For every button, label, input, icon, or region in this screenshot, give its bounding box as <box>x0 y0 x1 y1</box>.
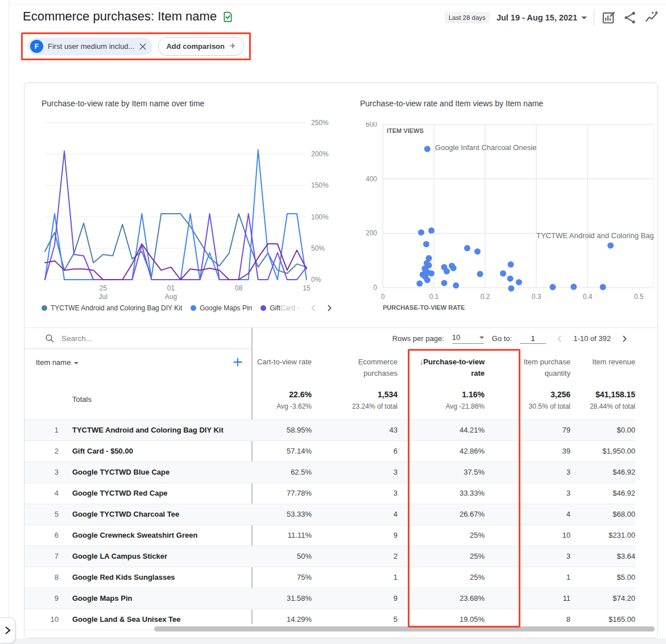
svg-text:ITEM VIEWS: ITEM VIEWS <box>387 127 424 134</box>
comparison-avatar: F <box>30 40 43 53</box>
scatter-annotation: TYCTWE Android and Coloring Bag DIY Kit <box>536 231 653 240</box>
metric-cell: 4 <box>312 504 398 525</box>
metric-cell: 6 <box>312 441 398 462</box>
metric-cell: 11 <box>485 588 570 609</box>
close-icon[interactable] <box>139 43 147 51</box>
scatter-point <box>428 271 435 277</box>
ga4-report-page: Ecommerce purchases: Item name Last 28 d… <box>0 0 666 644</box>
column-header[interactable]: Item purchase quantity <box>485 349 570 383</box>
totals-value: 3,25630.5% of total <box>485 383 570 419</box>
row-index: 7 <box>24 546 61 567</box>
svg-text:250%: 250% <box>311 119 329 127</box>
row-index: 9 <box>24 588 61 609</box>
scatter-point <box>508 261 514 268</box>
svg-text:01: 01 <box>167 284 175 292</box>
scatter-point <box>441 280 448 286</box>
scatter-point <box>500 271 506 277</box>
line-series <box>45 151 307 280</box>
legend-dot-icon <box>260 305 266 311</box>
goto-page-input[interactable] <box>520 334 546 344</box>
table-pagination: Rows per page: 10 Go to: 1-10 of 392 <box>251 328 657 349</box>
column-header[interactable]: Ecommerce purchases <box>312 349 398 383</box>
metric-cell: $231.00 <box>570 525 635 546</box>
chevron-right-icon <box>4 626 11 635</box>
scatter-point <box>416 280 423 286</box>
table-row: 4Google TYCTWD Red Cape77.78%333.33%3$46… <box>24 483 635 504</box>
line-chart-legend: TYCTWE Android and Coloring Bag DIY KitG… <box>42 302 329 314</box>
column-header[interactable]: Item revenue <box>570 349 635 383</box>
divider <box>594 9 594 26</box>
legend-item: TYCTWE Android and Coloring Bag DIY Kit <box>42 304 182 312</box>
svg-text:Aug: Aug <box>165 293 177 301</box>
table-row: 1TYCTWE Android and Coloring Bag DIY Kit… <box>24 419 635 441</box>
page-title-text: Ecommerce purchases: Item name <box>23 9 217 24</box>
plus-icon: + <box>230 40 236 52</box>
line-chart-title: Purchase-to-view rate by Item name over … <box>42 99 204 108</box>
metric-cell: 79 <box>485 420 570 441</box>
svg-text:100%: 100% <box>311 213 329 221</box>
column-header[interactable]: ↓Purchase-to-view rate <box>398 349 485 383</box>
item-name-cell: Google TYCTWD Red Cape <box>61 483 251 504</box>
metric-cell: 75% <box>251 567 312 588</box>
metric-cell: $3.64 <box>570 546 635 567</box>
metric-cell: 1 <box>312 567 398 588</box>
metric-cell: 58.95% <box>251 420 312 441</box>
metric-cell: 23.68% <box>398 588 485 609</box>
scatter-point <box>607 242 614 248</box>
comparison-chip[interactable]: F First user medium includ... <box>28 38 152 55</box>
legend-items: TYCTWE Android and Coloring Bag DIY KitG… <box>42 304 299 312</box>
metric-cell: 3 <box>485 483 570 504</box>
item-name-cell: Google LA Campus Sticker <box>61 546 251 567</box>
svg-text:0.2: 0.2 <box>481 293 490 301</box>
svg-text:0: 0 <box>381 293 385 301</box>
edit-chart-icon[interactable] <box>601 10 616 25</box>
metric-cell: $46.92 <box>570 462 635 483</box>
metric-cell: 42.86% <box>398 441 485 462</box>
column-header[interactable]: Cart-to-view rate <box>251 349 312 383</box>
metric-cell: 25% <box>398 567 485 588</box>
horizontal-scrollbar[interactable] <box>154 626 655 631</box>
scatter-point <box>549 284 556 290</box>
scatter-point <box>424 146 431 152</box>
item-name-cell: Google Crewneck Sweatshirt Green <box>61 525 251 546</box>
metric-cell: 9 <box>312 525 398 546</box>
share-icon[interactable] <box>623 10 638 25</box>
scatter-point <box>428 227 435 234</box>
scatter-point <box>423 241 429 247</box>
metric-cell: $68.00 <box>570 504 635 525</box>
metric-cell: $1,950.00 <box>570 441 635 462</box>
line-series <box>45 150 307 280</box>
expand-nav-button[interactable] <box>0 617 15 643</box>
add-comparison-button[interactable]: Add comparison + <box>158 37 243 56</box>
row-index: 3 <box>24 462 61 483</box>
report-card: Purchase-to-view rate by Item name over … <box>24 82 658 638</box>
row-index: 5 <box>24 504 61 525</box>
metric-cell: 31.58% <box>251 588 312 609</box>
metric-cell: 39 <box>485 441 570 462</box>
metric-cell: $5.00 <box>570 567 635 588</box>
table-row: 8Google Red Kids Sunglasses75%125%1$5.00 <box>24 567 635 588</box>
metric-cell: 37.5% <box>398 462 485 483</box>
next-page-icon[interactable] <box>619 333 630 344</box>
rows-per-page-select[interactable]: 10 <box>452 333 484 344</box>
table-row: 6Google Crewneck Sweatshirt Green11.11%9… <box>24 525 635 546</box>
totals-value: $41,158.1528.44% of total <box>570 383 635 419</box>
insights-icon[interactable] <box>644 10 659 25</box>
metric-cell: 25% <box>398 525 485 546</box>
metric-cell: 3 <box>485 462 570 483</box>
header-actions: Last 28 days Jul 19 - Aug 15, 2021 <box>445 9 659 26</box>
svg-text:25: 25 <box>100 284 107 292</box>
doc-check-icon <box>222 11 234 23</box>
date-range-picker[interactable]: Jul 19 - Aug 15, 2021 <box>497 13 587 22</box>
row-index: 4 <box>24 483 61 504</box>
metric-cell: 44.21% <box>398 420 485 441</box>
line-chart: 0%50%100%150%200%250%25Jul01Aug0815 <box>42 118 343 306</box>
totals-label: Totals <box>61 383 251 419</box>
add-metric-icon[interactable] <box>231 356 244 368</box>
prev-page-icon <box>554 333 565 344</box>
column-header-item-name[interactable]: Item name <box>24 349 251 383</box>
legend-item: Gift Card - <box>260 304 299 312</box>
chevron-right-icon[interactable] <box>324 302 335 314</box>
row-index: 10 <box>24 609 61 630</box>
search-input[interactable] <box>60 334 205 343</box>
